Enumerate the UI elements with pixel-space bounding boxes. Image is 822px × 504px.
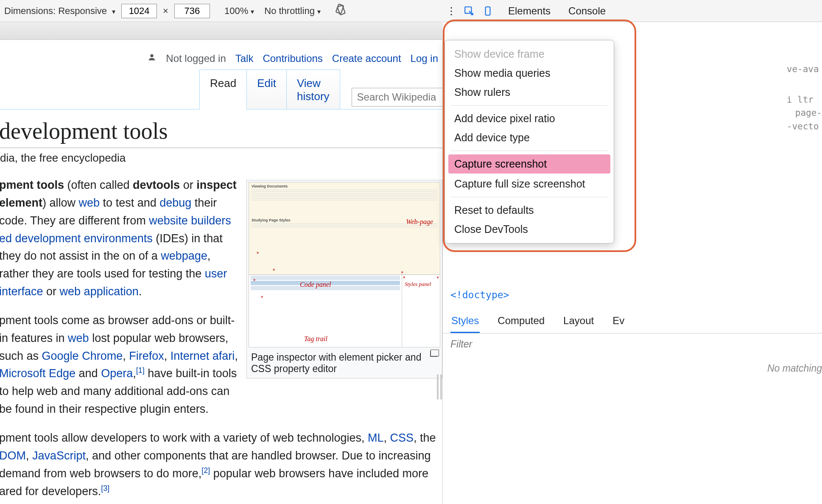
dimension-separator: × bbox=[163, 6, 168, 17]
menu-show-device-frame: Show device frame bbox=[445, 45, 614, 64]
link-dom[interactable]: DOM bbox=[0, 449, 26, 462]
ruler-strip bbox=[0, 22, 443, 40]
throttling-value: No throttling bbox=[264, 6, 315, 17]
link-web-application[interactable]: web application bbox=[60, 285, 139, 298]
wikipedia-tab-bar: Read Edit View history bbox=[0, 70, 442, 109]
thumbnail-caption: Page inspector with element picker and C… bbox=[249, 347, 440, 376]
menu-capture-screenshot[interactable]: Capture screenshot bbox=[448, 154, 610, 174]
not-logged-in-label: Not logged in bbox=[166, 53, 226, 64]
no-matching-label: No matching bbox=[443, 355, 822, 374]
link-web[interactable]: web bbox=[79, 196, 100, 209]
search-input[interactable] bbox=[352, 89, 442, 106]
menu-show-rulers[interactable]: Show rulers bbox=[445, 83, 614, 102]
tab-layout[interactable]: Layout bbox=[562, 311, 595, 333]
link-webpage[interactable]: webpage bbox=[161, 249, 207, 262]
throttling-dropdown[interactable]: No throttling bbox=[264, 6, 321, 17]
svg-rect-6 bbox=[486, 7, 490, 15]
kebab-icon[interactable]: ⋮ bbox=[443, 5, 460, 17]
element-picker-icon[interactable] bbox=[460, 6, 478, 17]
link-js[interactable]: JavaScript bbox=[32, 449, 86, 462]
doctype-node[interactable]: <!doctype> bbox=[450, 289, 509, 300]
menu-show-media-queries[interactable]: Show media queries bbox=[445, 64, 614, 83]
link-css[interactable]: CSS bbox=[390, 431, 414, 444]
tab-view-history[interactable]: View history bbox=[286, 70, 340, 109]
menu-add-dpr[interactable]: Add device pixel ratio bbox=[445, 109, 614, 128]
tab-read[interactable]: Read bbox=[199, 70, 247, 109]
user-icon bbox=[147, 53, 157, 64]
contributions-link[interactable]: Contributions bbox=[263, 53, 322, 64]
styles-filter-input[interactable] bbox=[450, 339, 814, 350]
article-body: development tools dia, the free encyclop… bbox=[0, 109, 442, 500]
styles-filter-row bbox=[443, 333, 822, 355]
search-box[interactable] bbox=[352, 88, 442, 106]
link-debug[interactable]: debug bbox=[159, 196, 191, 209]
tab-console[interactable]: Console bbox=[568, 5, 606, 17]
ref-2[interactable]: [2] bbox=[201, 466, 210, 475]
page-subtitle: dia, the free encyclopedia bbox=[0, 151, 442, 165]
ref-1[interactable]: [1] bbox=[136, 366, 145, 375]
thumb-label-webpage: Web-page bbox=[406, 218, 433, 226]
dimensions-label: Dimensions: Responsive bbox=[4, 6, 107, 17]
rotate-icon[interactable] bbox=[334, 3, 347, 19]
ref-3[interactable]: [3] bbox=[101, 484, 109, 493]
link-html[interactable]: ML bbox=[368, 431, 384, 444]
rendered-page: Not logged in Talk Contributions Create … bbox=[0, 40, 442, 504]
thumb-label-styles: Styles panel bbox=[405, 281, 431, 288]
wikipedia-personal-tools: Not logged in Talk Contributions Create … bbox=[0, 40, 442, 70]
zoom-value: 100% bbox=[224, 6, 248, 17]
svg-point-2 bbox=[151, 54, 154, 57]
resize-handle[interactable] bbox=[437, 374, 445, 400]
link-edge[interactable]: Microsoft Edge bbox=[0, 367, 75, 380]
talk-link[interactable]: Talk bbox=[235, 53, 254, 64]
page-title: development tools bbox=[0, 118, 442, 148]
code-peek: ve-ava i ltr page- -vecto bbox=[787, 63, 822, 133]
thumbnail-image[interactable]: Viewing Documents Web-page Studying Page… bbox=[249, 182, 440, 347]
link-web-browsers[interactable]: web bbox=[68, 332, 89, 344]
menu-add-device-type[interactable]: Add device type bbox=[445, 128, 614, 147]
width-input[interactable] bbox=[121, 4, 157, 18]
tab-elements[interactable]: Elements bbox=[508, 5, 551, 17]
thumb-label-tag: Tag trail bbox=[304, 335, 327, 343]
menu-close-devtools[interactable]: Close DevTools bbox=[445, 220, 614, 239]
create-account-link[interactable]: Create account bbox=[332, 53, 401, 64]
device-toggle-icon[interactable] bbox=[478, 6, 497, 17]
expand-icon[interactable] bbox=[430, 351, 438, 357]
thumbnail-box: Viewing Documents Web-page Studying Page… bbox=[246, 180, 442, 378]
height-input[interactable] bbox=[174, 4, 210, 18]
link-ie[interactable]: Internet bbox=[171, 350, 210, 362]
link-firefox[interactable]: Firefox bbox=[129, 350, 164, 362]
tab-styles[interactable]: Styles bbox=[450, 311, 480, 333]
login-link[interactable]: Log in bbox=[411, 53, 438, 64]
link-safari[interactable]: afari bbox=[212, 350, 235, 362]
thumb-label-code: Code panel bbox=[300, 281, 331, 288]
styles-tabs: Styles Computed Layout Ev bbox=[443, 311, 822, 333]
article-paragraph: pment tools allow developers to work wit… bbox=[0, 429, 442, 500]
tab-edit[interactable]: Edit bbox=[246, 70, 287, 109]
devtools-options-menu: Show device frame Show media queries Sho… bbox=[445, 40, 614, 244]
devtools-toolbar: ⋮ Elements Console bbox=[443, 0, 822, 22]
viewport-panel: Not logged in Talk Contributions Create … bbox=[0, 22, 443, 504]
link-ide[interactable]: ed development environments bbox=[0, 232, 153, 245]
tab-computed[interactable]: Computed bbox=[497, 311, 545, 333]
dom-tree[interactable]: <!doctype> bbox=[443, 281, 822, 305]
devtools-panel: ⋮ Elements Console Show device frame Sho… bbox=[443, 22, 822, 504]
link-opera[interactable]: Opera bbox=[101, 367, 133, 380]
zoom-dropdown[interactable]: 100% bbox=[224, 6, 254, 17]
menu-capture-full[interactable]: Capture full size screenshot bbox=[445, 174, 614, 193]
menu-reset[interactable]: Reset to defaults bbox=[445, 201, 614, 220]
link-website-builders[interactable]: website builders bbox=[149, 214, 231, 227]
link-chrome[interactable]: Google Chrome bbox=[42, 350, 123, 362]
dimensions-dropdown[interactable]: Dimensions: Responsive bbox=[4, 6, 115, 17]
tab-event-listeners[interactable]: Ev bbox=[612, 311, 625, 333]
